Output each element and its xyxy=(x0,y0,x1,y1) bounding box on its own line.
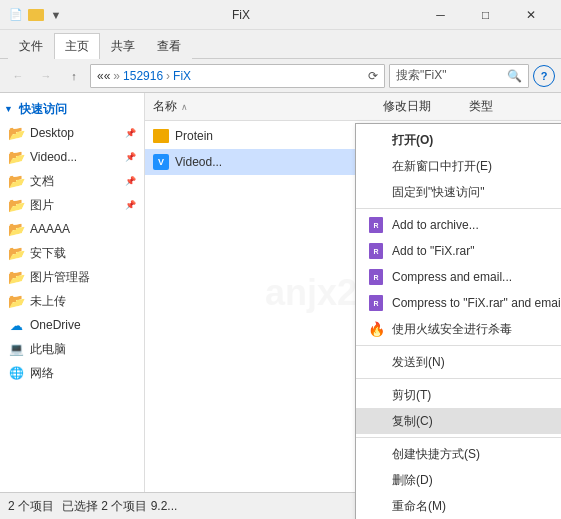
ctx-item-label: Compress and email... xyxy=(392,270,512,284)
col-header-type[interactable]: 类型 xyxy=(461,98,561,115)
sidebar-item-this-pc[interactable]: 💻 此电脑 xyxy=(0,337,144,361)
sidebar-item-videod[interactable]: 📂 Videod... 📌 xyxy=(0,145,144,169)
shortcut-icon xyxy=(368,446,384,462)
folder-icon xyxy=(153,129,169,143)
context-menu: 打开(O) 在新窗口中打开(E) 固定到"快速访问" R Add to arch… xyxy=(355,123,561,519)
sidebar-item-desktop[interactable]: 📂 Desktop 📌 xyxy=(0,121,144,145)
path-folder-icon: «« xyxy=(97,69,110,83)
sidebar-item-label: AAAAA xyxy=(30,222,70,236)
selected-info: 已选择 2 个项目 9.2... xyxy=(62,498,177,515)
folder-icon: 📂 xyxy=(8,221,24,237)
ctx-compress-fix-email[interactable]: R Compress to "FiX.rar" and email xyxy=(356,290,561,316)
sidebar-item-label: Desktop xyxy=(30,126,74,140)
file-name: Protein xyxy=(175,129,213,143)
chevron-down-icon: ▼ xyxy=(4,104,13,114)
file-name: Videod... xyxy=(175,155,222,169)
rar-icon: R xyxy=(368,243,384,259)
sidebar-item-img-manager[interactable]: 📂 图片管理器 xyxy=(0,265,144,289)
sidebar-quick-access[interactable]: ▼ 快速访问 xyxy=(0,97,144,121)
file-header: 名称 ∧ 修改日期 类型 xyxy=(145,93,561,121)
sidebar-item-network[interactable]: 🌐 网络 xyxy=(0,361,144,385)
pin-icon: 📌 xyxy=(125,176,136,186)
ctx-pin-quick-access[interactable]: 固定到"快速访问" xyxy=(356,179,561,205)
rar-icon: R xyxy=(368,295,384,311)
ctx-delete[interactable]: 删除(D) xyxy=(356,467,561,493)
maximize-button[interactable]: □ xyxy=(463,0,508,30)
folder-icon xyxy=(28,7,44,23)
ctx-copy[interactable]: 复制(C) xyxy=(356,408,561,434)
open-icon xyxy=(368,132,384,148)
sidebar-item-label: OneDrive xyxy=(30,318,81,332)
path-segment-2[interactable]: FiX xyxy=(173,69,191,83)
ctx-rename[interactable]: 重命名(M) xyxy=(356,493,561,519)
sidebar-item-label: 安下载 xyxy=(30,245,66,262)
pin-icon: 📌 xyxy=(125,128,136,138)
sidebar-item-label: 未上传 xyxy=(30,293,66,310)
forward-button[interactable]: → xyxy=(34,64,58,88)
file-area: 名称 ∧ 修改日期 类型 Protein 2019/8/19 13:48 Fil… xyxy=(145,93,561,492)
sidebar-item-pictures[interactable]: 📂 图片 📌 xyxy=(0,193,144,217)
file-name-cell: Protein xyxy=(145,129,375,143)
sidebar-item-download[interactable]: 📂 安下载 xyxy=(0,241,144,265)
search-box[interactable]: 搜索"FiX" 🔍 xyxy=(389,64,529,88)
ctx-separator xyxy=(356,345,561,346)
refresh-button[interactable]: ⟳ xyxy=(368,69,378,83)
ctx-open-new-window[interactable]: 在新窗口中打开(E) xyxy=(356,153,561,179)
sidebar-item-uploaded[interactable]: 📂 未上传 xyxy=(0,289,144,313)
ctx-open[interactable]: 打开(O) xyxy=(356,127,561,153)
ribbon: 文件 主页 共享 查看 xyxy=(0,30,561,59)
ctx-add-to-archive[interactable]: R Add to archive... xyxy=(356,212,561,238)
search-text: 搜索"FiX" xyxy=(396,67,447,84)
tab-share[interactable]: 共享 xyxy=(100,33,146,59)
help-button[interactable]: ? xyxy=(533,65,555,87)
search-icon: 🔍 xyxy=(507,69,522,83)
quick-access-icon: 📄 xyxy=(8,7,24,23)
ctx-add-to-fix-rar[interactable]: R Add to "FiX.rar" xyxy=(356,238,561,264)
up-button[interactable]: ↑ xyxy=(62,64,86,88)
rar-icon: R xyxy=(368,217,384,233)
ctx-compress-email[interactable]: R Compress and email... xyxy=(356,264,561,290)
pin-icon: 📌 xyxy=(125,152,136,162)
ctx-item-label: 剪切(T) xyxy=(392,387,431,404)
ctx-separator xyxy=(356,208,561,209)
folder-icon: 📂 xyxy=(8,173,24,189)
address-path[interactable]: «« » 152916 › FiX ⟳ xyxy=(90,64,385,88)
ctx-send-to[interactable]: 发送到(N) ► xyxy=(356,349,561,375)
ctx-item-label: 打开(O) xyxy=(392,132,433,149)
sidebar-item-onedrive[interactable]: ☁ OneDrive xyxy=(0,313,144,337)
ctx-item-label: Add to archive... xyxy=(392,218,479,232)
dropdown-icon[interactable]: ▼ xyxy=(48,7,64,23)
tab-file[interactable]: 文件 xyxy=(8,33,54,59)
network-icon: 🌐 xyxy=(8,365,24,381)
pin-icon xyxy=(368,184,384,200)
sidebar-item-label: 文档 xyxy=(30,173,54,190)
col-header-modified[interactable]: 修改日期 xyxy=(375,98,461,115)
cut-icon xyxy=(368,387,384,403)
sidebar-item-documents[interactable]: 📂 文档 📌 xyxy=(0,169,144,193)
ctx-item-label: 复制(C) xyxy=(392,413,433,430)
window-icon xyxy=(368,158,384,174)
folder-icon: 📂 xyxy=(8,149,24,165)
tab-home[interactable]: 主页 xyxy=(54,33,100,59)
sidebar-item-aaaaa[interactable]: 📂 AAAAA xyxy=(0,217,144,241)
ctx-item-label: 固定到"快速访问" xyxy=(392,184,485,201)
ctx-antivirus[interactable]: 🔥 使用火绒安全进行杀毒 xyxy=(356,316,561,342)
ctx-item-label: Add to "FiX.rar" xyxy=(392,244,475,258)
ribbon-tabs: 文件 主页 共享 查看 xyxy=(0,30,561,58)
close-button[interactable]: ✕ xyxy=(508,0,553,30)
ctx-item-label: 创建快捷方式(S) xyxy=(392,446,480,463)
tab-view[interactable]: 查看 xyxy=(146,33,192,59)
back-button[interactable]: ← xyxy=(6,64,30,88)
app-icon: V xyxy=(153,154,169,170)
file-name-cell: V Videod... xyxy=(145,154,375,170)
path-segment-1[interactable]: 152916 xyxy=(123,69,163,83)
quick-access-label: 快速访问 xyxy=(19,101,67,118)
copy-icon xyxy=(368,413,384,429)
minimize-button[interactable]: ─ xyxy=(418,0,463,30)
ctx-cut[interactable]: 剪切(T) xyxy=(356,382,561,408)
folder-icon: 📂 xyxy=(8,245,24,261)
ctx-item-label: 使用火绒安全进行杀毒 xyxy=(392,321,512,338)
ctx-create-shortcut[interactable]: 创建快捷方式(S) xyxy=(356,441,561,467)
col-header-name[interactable]: 名称 ∧ xyxy=(145,98,375,115)
cloud-icon: ☁ xyxy=(8,317,24,333)
